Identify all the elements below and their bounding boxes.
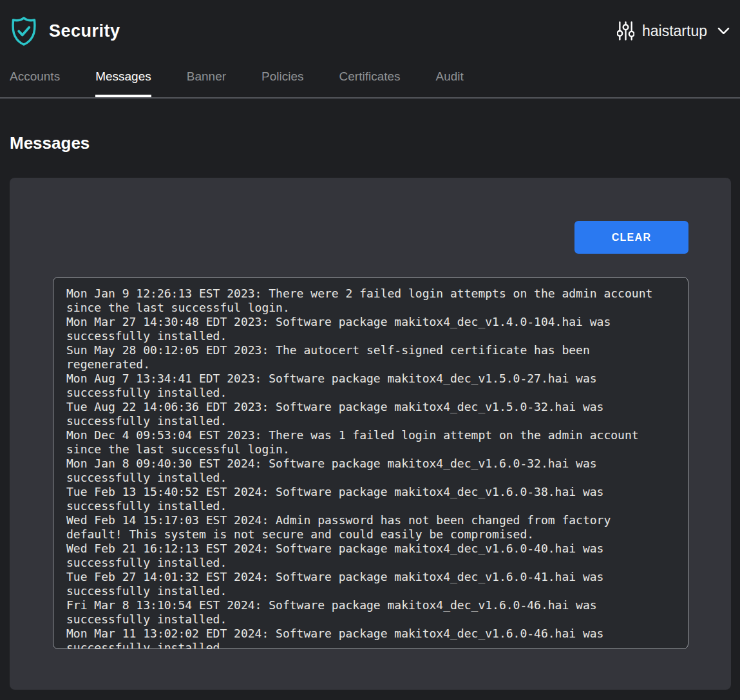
button-row: CLEAR — [10, 178, 731, 254]
account-menu[interactable]: haistartup — [617, 20, 730, 42]
tab-audit[interactable]: Audit — [436, 62, 464, 97]
tab-messages[interactable]: Messages — [95, 62, 151, 97]
log-output[interactable]: Mon Jan 9 12:26:13 EST 2023: There were … — [53, 277, 688, 649]
clear-button[interactable]: CLEAR — [574, 221, 688, 254]
tab-policies[interactable]: Policies — [261, 62, 303, 97]
tab-certificates[interactable]: Certificates — [339, 62, 401, 97]
chevron-down-icon — [717, 27, 730, 35]
tab-bar: Accounts Messages Banner Policies Certif… — [0, 62, 740, 99]
messages-panel: CLEAR Mon Jan 9 12:26:13 EST 2023: There… — [10, 178, 731, 690]
brand: Security — [10, 15, 120, 46]
tab-banner[interactable]: Banner — [187, 62, 226, 97]
shield-check-icon — [10, 15, 38, 46]
app-title: Security — [49, 21, 120, 41]
account-name: haistartup — [642, 23, 707, 40]
app-header: Security haistartup — [0, 0, 740, 62]
page-title: Messages — [10, 133, 740, 153]
tab-accounts[interactable]: Accounts — [10, 62, 60, 97]
sliders-icon — [617, 20, 634, 42]
